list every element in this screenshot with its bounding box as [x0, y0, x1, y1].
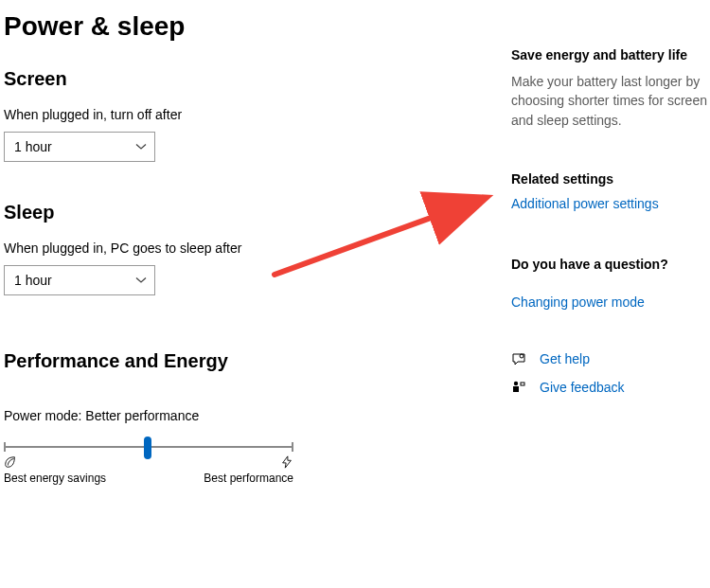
slider-track: [4, 446, 293, 448]
save-energy-desc: Make your battery last longer by choosin…: [511, 72, 710, 130]
leaf-icon: [4, 455, 17, 469]
svg-point-0: [520, 354, 524, 358]
chat-icon: [511, 351, 526, 366]
chevron-down-icon: [135, 275, 147, 286]
power-mode-slider[interactable]: [4, 438, 293, 448]
save-energy-heading: Save energy and battery life: [511, 47, 710, 62]
additional-power-settings-link[interactable]: Additional power settings: [511, 196, 659, 211]
svg-point-1: [514, 382, 518, 385]
sleep-timeout-label: When plugged in, PC goes to sleep after: [4, 241, 507, 256]
screen-timeout-value: 1 hour: [14, 139, 52, 154]
sleep-timeout-value: 1 hour: [14, 273, 52, 288]
slider-max-label: Best performance: [204, 455, 293, 485]
screen-section: Screen When plugged in, turn off after 1…: [4, 68, 507, 162]
page-title: Power & sleep: [4, 11, 507, 42]
save-energy-group: Save energy and battery life Make your b…: [511, 47, 710, 130]
support-links: Get help Give feedback: [511, 351, 710, 395]
sleep-heading: Sleep: [4, 202, 507, 223]
sleep-timeout-select[interactable]: 1 hour: [4, 265, 155, 295]
chevron-down-icon: [135, 141, 147, 152]
question-group: Do you have a question? Changing power m…: [511, 257, 710, 310]
performance-heading: Performance and Energy: [4, 350, 507, 372]
screen-timeout-select[interactable]: 1 hour: [4, 132, 155, 162]
question-heading: Do you have a question?: [511, 257, 710, 272]
power-mode-label: Power mode: Better performance: [4, 408, 507, 423]
svg-rect-3: [521, 383, 524, 385]
screen-timeout-label: When plugged in, turn off after: [4, 107, 507, 122]
svg-rect-2: [513, 386, 519, 392]
sleep-section: Sleep When plugged in, PC goes to sleep …: [4, 202, 507, 295]
slider-thumb[interactable]: [144, 437, 151, 459]
slider-min-label: Best energy savings: [4, 455, 106, 485]
screen-heading: Screen: [4, 68, 507, 90]
changing-power-mode-link[interactable]: Changing power mode: [511, 294, 645, 310]
performance-section: Performance and Energy Power mode: Bette…: [4, 350, 507, 485]
get-help-link[interactable]: Get help: [540, 351, 590, 366]
related-settings-heading: Related settings: [511, 171, 710, 187]
feedback-icon: [511, 380, 526, 395]
give-feedback-link[interactable]: Give feedback: [540, 380, 625, 395]
bolt-icon: [280, 455, 293, 469]
related-settings-group: Related settings Additional power settin…: [511, 171, 710, 211]
